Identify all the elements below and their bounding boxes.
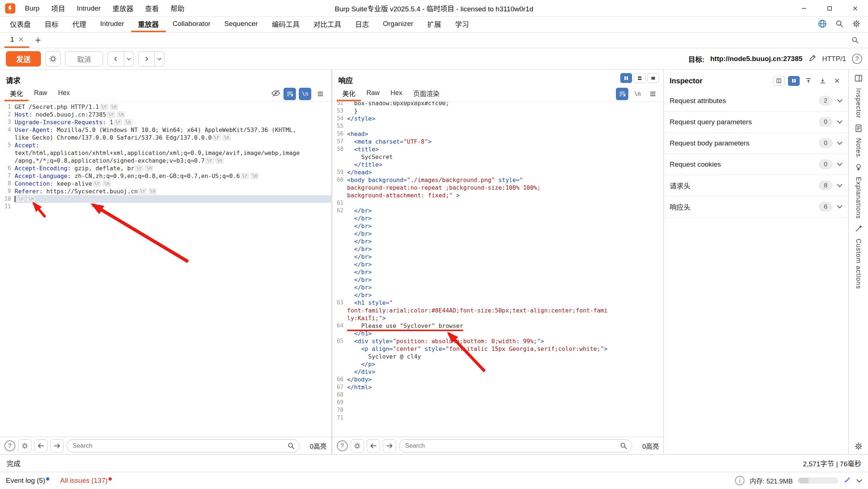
code-line-text[interactable]: Host: node5.buuoj.cn:27385\r\n <box>15 111 331 118</box>
main-tab-dashboard[interactable]: 仪表盘 <box>3 17 38 32</box>
search-icon[interactable] <box>835 19 844 30</box>
code-line-text[interactable]: <meta charset="UTF-8"> <box>347 138 663 145</box>
send-button[interactable]: 发送 <box>6 51 41 67</box>
send-settings-gear-icon[interactable] <box>45 51 61 67</box>
editor-menu-icon[interactable] <box>314 88 327 100</box>
code-line-text[interactable]: </h1> <box>347 330 663 337</box>
notes-icon[interactable] <box>854 124 863 132</box>
response-editor[interactable]: 52 box-shadow:0px0px8px#cfc00;53 }54</st… <box>332 102 663 437</box>
code-line-text[interactable] <box>347 199 663 207</box>
code-line-text[interactable]: <p align="center" style="font:italic 15p… <box>347 345 663 353</box>
code-line-text[interactable]: </br> <box>347 215 663 222</box>
rail-tab-notes[interactable]: Notes <box>854 138 862 157</box>
response-tab-raw[interactable]: Raw <box>361 86 385 101</box>
code-line-text[interactable]: Connection: keep-alive\r\n <box>15 180 331 187</box>
close-tab-icon[interactable] <box>19 35 23 43</box>
cancel-button[interactable]: 取消 <box>65 51 103 67</box>
code-line-text[interactable]: <body background="./images/background.pn… <box>347 176 663 184</box>
main-tab-collaborator[interactable]: Collaborator <box>166 17 218 32</box>
next-match-arrow-icon[interactable] <box>50 439 64 452</box>
main-tab-organizer[interactable]: Organizer <box>376 17 420 32</box>
request-tab-raw[interactable]: Raw <box>28 86 53 101</box>
hide-nonprinting-eye-icon[interactable] <box>271 88 281 99</box>
globe-icon[interactable] <box>818 19 827 30</box>
code-line-text[interactable]: Please use "Syclover" browser <box>347 322 663 330</box>
code-line-text[interactable]: <h1 style=" <box>347 299 663 307</box>
code-line-text[interactable]: </div> <box>347 368 663 376</box>
code-line-text[interactable]: Upgrade-Insecure-Requests: 1\r\n <box>15 118 331 126</box>
event-log-button[interactable]: Event log (5) <box>6 477 49 485</box>
main-tab-logger[interactable]: 日志 <box>348 17 376 32</box>
search-icon[interactable] <box>287 442 295 451</box>
code-line-text[interactable]: </br> <box>347 268 663 276</box>
rail-tab-explanations[interactable]: Explanations <box>854 177 862 219</box>
menu-project[interactable]: 项目 <box>45 0 71 16</box>
main-tab-decoder[interactable]: 编码工具 <box>265 17 307 32</box>
layout-rows-button[interactable] <box>634 73 646 83</box>
inspector-section-request-headers[interactable]: 请求头 8 <box>664 175 848 196</box>
rail-tab-custom-actions[interactable]: Custom actions <box>854 239 862 289</box>
request-search-input[interactable] <box>66 439 300 452</box>
code-line-text[interactable]: like Gecko) Chrome/137.0.0.0 Safari/537.… <box>15 134 331 141</box>
response-tab-pretty[interactable]: 美化 <box>337 86 361 101</box>
menu-view[interactable]: 查看 <box>139 0 165 16</box>
code-line-text[interactable]: <head> <box>347 130 663 138</box>
word-wrap-icon[interactable] <box>616 88 628 100</box>
menu-help[interactable]: 帮助 <box>165 0 190 16</box>
expand-all-icon[interactable] <box>817 76 828 86</box>
code-line-text[interactable]: </body> <box>347 376 663 383</box>
response-tab-hex[interactable]: Hex <box>385 86 408 101</box>
response-search-input[interactable] <box>399 439 632 452</box>
next-match-arrow-icon[interactable] <box>383 439 396 452</box>
main-tab-target[interactable]: 目标 <box>38 17 65 32</box>
code-line-text[interactable]: </title> <box>347 161 663 168</box>
code-line-text[interactable] <box>347 414 663 422</box>
code-line-text[interactable]: GET /Secret.php HTTP/1.1\r\n <box>15 103 331 111</box>
history-back-dropdown[interactable] <box>124 51 134 67</box>
code-line-text[interactable] <box>15 203 331 211</box>
code-line-text[interactable] <box>347 406 663 414</box>
main-tab-comparer[interactable]: 对比工具 <box>307 17 348 32</box>
new-tab-button[interactable] <box>29 33 47 48</box>
code-line-text[interactable]: </br> <box>347 284 663 291</box>
code-line-text[interactable]: Accept-Language: zh-CN,zh;q=0.9,en;q=0.8… <box>15 172 331 180</box>
show-newlines-icon[interactable]: \n <box>631 88 644 100</box>
code-line-text[interactable]: </br> <box>347 207 663 215</box>
main-tab-repeater[interactable]: 重放器 <box>131 17 166 32</box>
inspector-section-request-query-parameters[interactable]: Request query parameters 0 <box>664 111 848 133</box>
request-tab-pretty[interactable]: 美化 <box>4 86 28 101</box>
settings-gear-icon[interactable] <box>854 442 863 451</box>
code-line-text[interactable]: /apng,*/*;q=0.8,application/signed-excha… <box>15 157 331 164</box>
settings-gear-icon[interactable] <box>852 19 861 30</box>
code-line-text[interactable]: </br> <box>347 238 663 245</box>
response-tab-render[interactable]: 页面渲染 <box>408 86 445 101</box>
code-line-text[interactable] <box>347 391 663 399</box>
minimize-button[interactable] <box>791 0 817 16</box>
history-back-button[interactable] <box>107 51 124 67</box>
maximize-button[interactable] <box>817 0 842 16</box>
search-icon[interactable] <box>620 442 628 451</box>
history-forward-button[interactable] <box>138 51 155 67</box>
main-tab-extensions[interactable]: 扩展 <box>420 17 448 32</box>
code-line-text[interactable]: font-family:arial;color:#8E44AD;font-siz… <box>347 307 663 314</box>
collapse-footer-chevron-icon[interactable] <box>856 477 862 485</box>
code-line-text[interactable]: Syclover @ cl4y <box>347 353 663 360</box>
inspector-section-response-headers[interactable]: 响应头 6 <box>664 196 848 217</box>
info-icon[interactable]: i <box>735 476 745 485</box>
search-settings-gear-icon[interactable] <box>351 439 364 452</box>
code-line-text[interactable]: </head> <box>347 168 663 176</box>
tab-search-icon[interactable] <box>851 33 868 48</box>
inspector-section-request-body-parameters[interactable]: Request body parameters 0 <box>664 133 848 154</box>
http-version-select[interactable]: HTTP/1 <box>822 55 846 63</box>
code-line-text[interactable]: <div style="position: absolute;bottom: 0… <box>347 337 663 345</box>
code-line-text[interactable]: Accept: <box>15 141 331 149</box>
main-tab-proxy[interactable]: 代理 <box>65 17 93 32</box>
inspector-section-request-cookies[interactable]: Request cookies 0 <box>664 154 848 175</box>
main-tab-sequencer[interactable]: Sequencer <box>217 17 265 32</box>
code-line-text[interactable]: background-attachment: fixed;" > <box>347 192 663 199</box>
close-button[interactable] <box>842 0 868 16</box>
code-line-text[interactable]: } <box>347 107 663 115</box>
history-forward-dropdown[interactable] <box>155 51 164 67</box>
rocket-icon[interactable] <box>843 476 851 486</box>
dock-panel-icon[interactable] <box>854 74 863 82</box>
